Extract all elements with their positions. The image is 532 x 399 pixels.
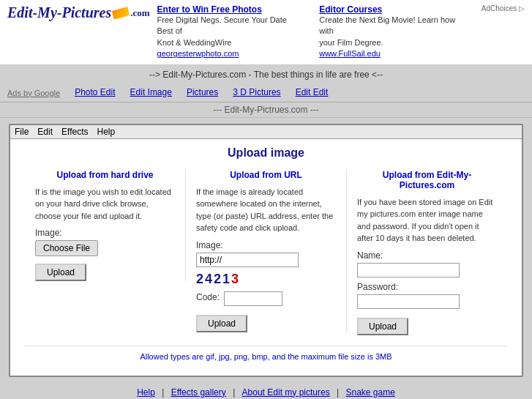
- col2-upload-button[interactable]: Upload: [196, 315, 247, 332]
- logo-text: Edit-My-Pictures .com: [7, 4, 150, 21]
- upload-col-harddrive: Upload from hard drive If is the image y…: [25, 170, 186, 282]
- ad1-title[interactable]: Enter to Win Free Photos: [157, 4, 305, 15]
- url-input[interactable]: [196, 253, 299, 267]
- site-title-bar: --- Edit-My-Pictrues.com ---: [0, 102, 532, 118]
- tagline: --> Edit-My-Pictures.com - The best thin…: [0, 65, 532, 84]
- col1-desc: If is the image you wish to edit located…: [35, 186, 175, 223]
- col1-upload-button[interactable]: Upload: [35, 264, 86, 281]
- footer-help-link[interactable]: Help: [137, 387, 155, 398]
- ads-by-google-label: Ads by Google: [7, 89, 60, 97]
- footer-effects-link[interactable]: Effects gallery: [171, 387, 226, 398]
- footer-sep-3: |: [337, 387, 339, 398]
- col3-title: Upload from Edit-My-Pictures.com: [357, 170, 497, 190]
- nav-edit-image[interactable]: Edit Image: [123, 86, 179, 100]
- upload-columns: Upload from hard drive If is the image y…: [25, 170, 507, 335]
- col3-desc: If you have been stored image on Edit my…: [357, 196, 497, 245]
- captcha-area: 24213: [196, 272, 336, 287]
- name-input[interactable]: [357, 263, 460, 277]
- ad2-line1: Create the Next Big Movie! Learn how wit…: [319, 15, 467, 37]
- menu-effects[interactable]: Effects: [61, 127, 88, 137]
- upload-area: Upload image Upload from hard drive If i…: [10, 139, 522, 376]
- main-box: File Edit Effects Help Upload image Uplo…: [9, 124, 523, 377]
- navbar: Ads by Google Photo Edit Edit Image Pict…: [0, 84, 532, 102]
- col2-desc: If the image is already located somewher…: [196, 186, 336, 234]
- col3-pass-label: Password:: [357, 282, 497, 292]
- ad-choices: AdChoices ▷: [482, 4, 525, 60]
- ad2-line3: www.FullSail.edu: [319, 48, 467, 59]
- col1-title: Upload from hard drive: [35, 170, 175, 180]
- footer-about-link[interactable]: About Edit my pictures: [242, 387, 330, 398]
- menu-help[interactable]: Help: [97, 127, 116, 137]
- captcha-text: 2421: [196, 272, 231, 286]
- upload-col-url: Upload from URL If the image is already …: [186, 170, 347, 332]
- ad-block-2: Editor Courses Create the Next Big Movie…: [319, 4, 467, 60]
- logo-com: .com: [130, 7, 149, 19]
- ad1-line2: Knot & WeddingWire: [157, 37, 305, 48]
- header: Edit-My-Pictures .com Enter to Win Free …: [0, 0, 532, 65]
- pencil-icon: [112, 7, 130, 19]
- upload-col-site: Upload from Edit-My-Pictures.com If you …: [347, 170, 507, 335]
- choose-file-button[interactable]: Choose File: [35, 240, 98, 256]
- nav-3d-pictures[interactable]: 3 D Pictures: [225, 86, 288, 100]
- nav-photo-edit[interactable]: Photo Edit: [67, 86, 122, 100]
- ad1-line1: Free Digital Negs. Secure Your Date Best…: [157, 15, 305, 37]
- code-input[interactable]: [224, 291, 282, 306]
- col3-name-label: Name:: [357, 250, 497, 261]
- menu-edit[interactable]: Edit: [37, 127, 53, 137]
- logo-name: Edit-My-Pictures: [7, 4, 111, 21]
- logo-area: Edit-My-Pictures .com: [7, 4, 150, 21]
- site-title-text: Edit-My-Pictrues.com: [224, 105, 307, 115]
- footer-sep-2: |: [233, 387, 235, 398]
- nav-pictures[interactable]: Pictures: [179, 86, 225, 100]
- ad2-title[interactable]: Editor Courses: [319, 4, 467, 15]
- footer-snake-link[interactable]: Snake game: [345, 387, 394, 398]
- captcha-colored: 3: [231, 272, 240, 286]
- ad2-line2: your Film Degree.: [319, 37, 467, 48]
- ad-section: Enter to Win Free Photos Free Digital Ne…: [157, 4, 525, 60]
- menu-bar: File Edit Effects Help: [10, 125, 522, 139]
- col2-title: Upload from URL: [196, 170, 336, 180]
- allowed-types: Allowed types are gif, jpg, png, bmp, an…: [25, 346, 507, 361]
- upload-title: Upload image: [25, 146, 507, 160]
- menu-file[interactable]: File: [15, 127, 29, 137]
- footer: Help | Effects gallery | About Edit my p…: [0, 383, 532, 399]
- col1-image-label: Image:: [35, 228, 175, 238]
- ad1-line3: georgesterwphoto.com: [157, 48, 305, 59]
- footer-sep-1: |: [162, 387, 164, 398]
- col2-image-label: Image:: [196, 240, 336, 250]
- ad-block-1: Enter to Win Free Photos Free Digital Ne…: [157, 4, 305, 60]
- code-label: Code:: [196, 292, 220, 302]
- password-input[interactable]: [357, 294, 460, 309]
- nav-edit-edit[interactable]: Edit Edit: [288, 86, 336, 100]
- col3-upload-button[interactable]: Upload: [357, 318, 408, 335]
